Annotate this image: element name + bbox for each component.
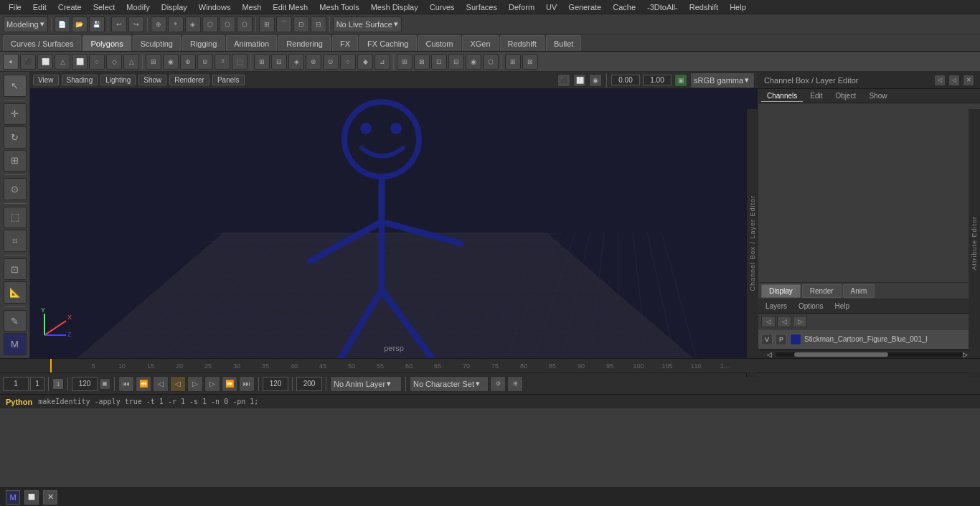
- soft-select-btn[interactable]: ⊙: [4, 178, 27, 200]
- timeline-ruler[interactable]: 5 10 15 20 25 30 35 40 45 50 55 60 65 70…: [0, 358, 980, 373]
- tab-object[interactable]: Object: [830, 90, 862, 101]
- measure-btn[interactable]: 📐: [4, 281, 27, 304]
- char-set-icon2[interactable]: ⊞: [507, 376, 523, 392]
- snap-point-btn[interactable]: ⊡: [293, 17, 309, 32]
- menu-redshift[interactable]: Redshift: [684, 1, 724, 13]
- menu-uv[interactable]: UV: [540, 1, 562, 13]
- rotate-btn[interactable]: ↻: [4, 126, 27, 149]
- window-close-btn[interactable]: ✕: [43, 490, 57, 505]
- play-reverse-btn[interactable]: ◁: [170, 376, 186, 392]
- extrude-btn[interactable]: ⊞: [254, 54, 270, 70]
- prism-btn[interactable]: ◇: [106, 54, 122, 70]
- frame-start-input[interactable]: [3, 377, 29, 391]
- menu-edit-mesh[interactable]: Edit Mesh: [267, 1, 314, 13]
- scrollbar-thumb[interactable]: [794, 352, 888, 357]
- pyramid-btn[interactable]: △: [123, 54, 139, 70]
- menu-curves[interactable]: Curves: [424, 1, 461, 13]
- layer-visibility-v[interactable]: V: [761, 334, 773, 345]
- vp-icon3[interactable]: ◉: [589, 74, 602, 87]
- sphere-btn[interactable]: ●: [3, 54, 19, 70]
- fill-btn[interactable]: ⬚: [232, 54, 248, 70]
- tab-fx-caching[interactable]: FX Caching: [359, 35, 416, 51]
- new-scene-btn[interactable]: 📄: [55, 17, 70, 32]
- tab-channels[interactable]: Channels: [761, 90, 803, 102]
- renderer-menu[interactable]: Renderer: [169, 75, 209, 85]
- next-frame-btn[interactable]: ▷: [204, 376, 220, 392]
- layer-name[interactable]: Stickman_Cartoon_Figure_Blue_001_l: [804, 335, 977, 343]
- vp-icon2[interactable]: ⬜: [573, 74, 586, 87]
- anim-tab-btn[interactable]: Anim: [843, 284, 875, 298]
- tab-bullet[interactable]: Bullet: [546, 35, 582, 51]
- cube-btn[interactable]: ⬛: [20, 54, 36, 70]
- frame-end-left-input[interactable]: [72, 377, 98, 391]
- menu-modify[interactable]: Modify: [121, 1, 155, 13]
- menu-edit[interactable]: Edit: [27, 1, 52, 13]
- undo-btn[interactable]: ↩: [111, 17, 127, 32]
- menu-windows[interactable]: Windows: [193, 1, 237, 13]
- plane-btn[interactable]: ⬜: [72, 54, 88, 70]
- tab-sculpting[interactable]: Sculpting: [133, 35, 181, 51]
- workspace-dropdown[interactable]: Modeling ▾: [3, 17, 48, 32]
- tab-rendering[interactable]: Rendering: [278, 35, 331, 51]
- window-minimize-btn[interactable]: ⬜: [24, 490, 39, 505]
- menu-select[interactable]: Select: [88, 1, 121, 13]
- lasso-select-btn[interactable]: ⌗: [4, 230, 27, 252]
- frame-current-input[interactable]: [30, 377, 44, 391]
- scroll-left-btn[interactable]: ◁: [767, 351, 776, 358]
- bool-btn[interactable]: ◉: [163, 54, 179, 70]
- menu-generate[interactable]: Generate: [562, 1, 607, 13]
- circularize-btn[interactable]: ○: [340, 54, 356, 70]
- menu-surfaces[interactable]: Surfaces: [461, 1, 503, 13]
- layer-prev-btn[interactable]: ◁: [761, 316, 776, 327]
- show-menu[interactable]: Show: [138, 75, 166, 85]
- focal-length-input[interactable]: [643, 75, 672, 85]
- menu-deform[interactable]: Deform: [503, 1, 540, 13]
- connect-btn[interactable]: ⊕: [306, 54, 321, 70]
- snap-view-btn[interactable]: ⊟: [311, 17, 326, 32]
- poke-btn[interactable]: ◆: [357, 54, 373, 70]
- help-menu-item[interactable]: Help: [830, 301, 854, 311]
- sym-btn[interactable]: ⊞: [397, 54, 413, 70]
- prev-frame-btn[interactable]: ◁: [153, 376, 169, 392]
- target-weld-btn[interactable]: ⊙: [323, 54, 339, 70]
- menu-help[interactable]: Help: [724, 1, 752, 13]
- jump-end-btn[interactable]: ⏭: [239, 376, 255, 392]
- mirror2-btn[interactable]: ⊠: [414, 54, 430, 70]
- char-set-dropdown[interactable]: No Character Set ▾: [410, 376, 489, 392]
- anim-layer-dropdown[interactable]: No Anim Layer ▾: [330, 376, 402, 392]
- menu-mesh-display[interactable]: Mesh Display: [365, 1, 424, 13]
- menu-3dtoll[interactable]: -3DtoAll-: [641, 1, 684, 13]
- tab-show[interactable]: Show: [863, 90, 892, 101]
- layers-menu-item[interactable]: Layers: [761, 301, 791, 311]
- combine-btn[interactable]: ⊕: [180, 54, 196, 70]
- camera-value-input[interactable]: [611, 75, 640, 85]
- menu-file[interactable]: File: [3, 1, 27, 13]
- unfold-btn[interactable]: ⊠: [522, 54, 538, 70]
- color-space-icon[interactable]: ▣: [674, 74, 687, 87]
- play-btn[interactable]: ▷: [187, 376, 203, 392]
- smooth-btn[interactable]: ◉: [466, 54, 481, 70]
- cyl-btn[interactable]: ⬜: [37, 54, 53, 70]
- mirror-btn[interactable]: ⊞: [146, 54, 161, 70]
- uv-btn[interactable]: ⊞: [505, 54, 521, 70]
- snap-curve-btn[interactable]: ⌒: [276, 17, 292, 32]
- snap-grid-btn[interactable]: ⊞: [259, 17, 275, 32]
- viewport[interactable]: View Shading Lighting Show Renderer Pane…: [30, 72, 758, 358]
- cone-btn[interactable]: △: [55, 54, 70, 70]
- reduce-btn[interactable]: ⊡: [431, 54, 447, 70]
- separate-btn[interactable]: ⊖: [197, 54, 213, 70]
- layer-visibility-p[interactable]: P: [776, 334, 787, 345]
- menu-cache[interactable]: Cache: [607, 1, 641, 13]
- redo-btn[interactable]: ↪: [128, 17, 144, 32]
- annotation-btn[interactable]: ✎: [4, 310, 27, 332]
- menu-display[interactable]: Display: [156, 1, 193, 13]
- lattice-btn[interactable]: ⬚: [4, 207, 27, 229]
- torus-btn[interactable]: ○: [89, 54, 105, 70]
- layer-scrollbar[interactable]: ◁ ▷: [758, 350, 980, 358]
- paint-btn[interactable]: ◈: [185, 17, 201, 32]
- lasso-btn[interactable]: ⌖: [168, 17, 184, 32]
- step-back-btn[interactable]: ⏪: [136, 376, 151, 392]
- scale-btn[interactable]: ⊞: [4, 150, 27, 172]
- layer-prev2-btn[interactable]: ◁: [777, 316, 791, 327]
- options-menu-item[interactable]: Options: [794, 301, 827, 311]
